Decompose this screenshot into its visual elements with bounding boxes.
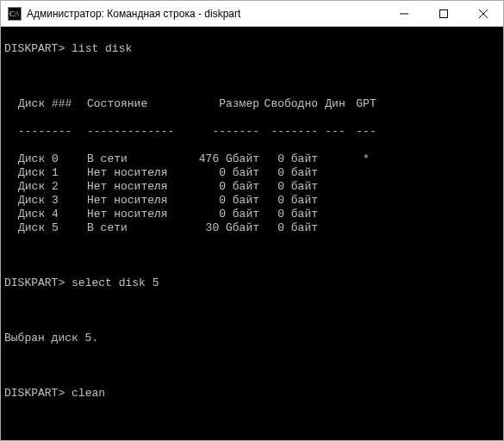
table-header: Диск ###СостояниеРазмерСвободноДинGPT xyxy=(4,97,500,111)
svg-text:C:\: C:\ xyxy=(9,9,20,18)
close-button[interactable] xyxy=(464,1,503,26)
header-size: Размер xyxy=(184,97,259,111)
disk-size: 0 байт xyxy=(184,208,259,221)
command-text: clean xyxy=(72,387,105,400)
minimize-button[interactable] xyxy=(384,1,424,26)
disk-id: Диск 2 xyxy=(18,180,87,194)
disk-dyn xyxy=(321,152,349,166)
header-id: Диск ### xyxy=(18,97,87,111)
disk-id: Диск 0 xyxy=(18,152,87,166)
table-row: Диск 2Нет носителя0 байт0 байт xyxy=(4,180,500,194)
command-text: list disk xyxy=(72,42,132,55)
disk-dyn xyxy=(321,194,349,208)
maximize-button[interactable] xyxy=(424,1,464,26)
disk-state: Нет носителя xyxy=(87,194,184,208)
disk-state: В сети xyxy=(87,152,184,166)
disk-free: 0 байт xyxy=(259,180,321,194)
disk-gpt xyxy=(349,166,383,180)
disk-free: 0 байт xyxy=(259,208,321,221)
disk-gpt xyxy=(349,194,383,208)
command-text: select disk 5 xyxy=(72,276,159,289)
header-state: Состояние xyxy=(87,97,184,111)
table-row: Диск 4Нет носителя0 байт0 байт xyxy=(4,208,500,221)
disk-id: Диск 3 xyxy=(18,194,87,208)
table-separator: ----------------------------------------… xyxy=(4,125,500,139)
disk-gpt xyxy=(349,221,383,235)
cmd-icon: C:\ xyxy=(8,7,22,21)
disk-size: 0 байт xyxy=(184,166,259,180)
table-row: Диск 3Нет носителя0 байт0 байт xyxy=(4,194,500,208)
terminal-body[interactable]: DISKPART> list disk Диск ###СостояниеРаз… xyxy=(1,27,503,440)
disk-dyn xyxy=(321,208,349,221)
terminal-window: C:\ Администратор: Командная строка - di… xyxy=(0,0,504,441)
blank-line xyxy=(4,304,500,318)
disk-state: Нет носителя xyxy=(87,180,184,194)
output-message: Выбран диск 5. xyxy=(4,332,500,345)
disk-dyn xyxy=(321,180,349,194)
disk-dyn xyxy=(321,221,349,235)
prompt: DISKPART> xyxy=(4,276,65,289)
titlebar: C:\ Администратор: Командная строка - di… xyxy=(1,1,503,27)
header-dyn: Дин xyxy=(321,97,349,111)
disk-gpt: * xyxy=(349,152,383,166)
disk-free: 0 байт xyxy=(259,221,321,235)
disk-gpt xyxy=(349,208,383,221)
blank-line xyxy=(4,359,500,373)
blank-line xyxy=(4,70,500,84)
disk-gpt xyxy=(349,180,383,194)
prompt: DISKPART> xyxy=(4,387,65,400)
table-row: Диск 1Нет носителя0 байт0 байт xyxy=(4,166,500,180)
disk-free: 0 байт xyxy=(259,194,321,208)
disk-size: 0 байт xyxy=(184,194,259,208)
blank-line xyxy=(4,414,500,428)
disk-size: 0 байт xyxy=(184,180,259,194)
window-title: Администратор: Командная строка - diskpa… xyxy=(27,8,384,20)
svg-rect-4 xyxy=(440,9,448,17)
disk-size: 476 Gбайт xyxy=(184,152,259,166)
prompt: DISKPART> xyxy=(4,42,65,55)
window-controls xyxy=(384,1,503,26)
disk-dyn xyxy=(321,166,349,180)
prompt-line: DISKPART> select disk 5 xyxy=(4,276,500,290)
disk-state: В сети xyxy=(87,221,184,235)
disk-size: 30 Gбайт xyxy=(184,221,259,235)
prompt-line: DISKPART> clean xyxy=(4,387,500,401)
blank-line xyxy=(4,249,500,263)
disk-id: Диск 4 xyxy=(18,208,87,221)
header-free: Свободно xyxy=(259,97,321,111)
disk-free: 0 байт xyxy=(259,166,321,180)
header-gpt: GPT xyxy=(349,97,383,111)
table-row: Диск 5В сети30 Gбайт0 байт xyxy=(4,221,500,235)
disk-id: Диск 1 xyxy=(18,166,87,180)
prompt-line: DISKPART> list disk xyxy=(4,42,500,56)
table-row: Диск 0В сети476 Gбайт0 байт* xyxy=(4,152,500,166)
disk-state: Нет носителя xyxy=(87,166,184,180)
disk-free: 0 байт xyxy=(259,152,321,166)
disk-state: Нет носителя xyxy=(87,208,184,221)
disk-id: Диск 5 xyxy=(18,221,87,235)
